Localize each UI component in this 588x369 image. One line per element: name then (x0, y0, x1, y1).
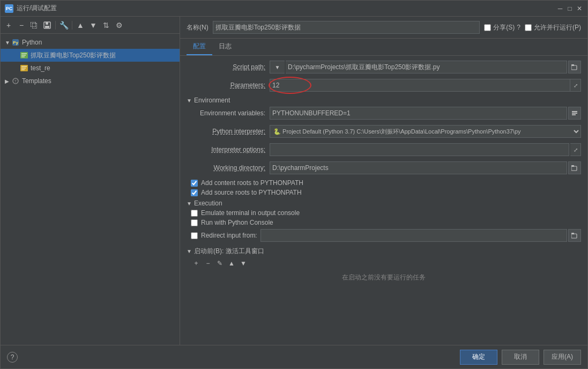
dialog-footer: ? 确定 取消 应用(A) (1, 345, 587, 368)
share-label: 分享(S) (493, 23, 515, 32)
working-dir-input[interactable] (270, 161, 567, 174)
before-start-down-button[interactable]: ▼ (238, 258, 249, 269)
tree-arrow-empty (13, 53, 20, 58)
move-up-button[interactable]: ▲ (75, 19, 86, 31)
tab-log[interactable]: 日志 (212, 39, 238, 55)
run-with-console-label: Run with Python Console (201, 219, 273, 226)
python-group-icon: Py (11, 38, 20, 47)
tree-item-templates[interactable]: ▶ T Templates (1, 75, 180, 87)
svg-rect-17 (572, 111, 577, 112)
ok-button[interactable]: 确定 (460, 350, 497, 365)
parallel-label: 允许并行运行(P) (534, 23, 581, 32)
sort-button[interactable]: ⇅ (100, 19, 112, 31)
svg-rect-19 (572, 114, 576, 115)
tree-arrow-templates: ▶ (5, 78, 11, 84)
config-tree: ▼ Py Python (1, 34, 180, 345)
env-vars-row: Environment variables: (187, 106, 581, 120)
working-dir-container (270, 161, 581, 174)
add-source-roots-label: Add source roots to PYTHONPATH (201, 189, 302, 196)
tree-arrow-empty-2 (13, 65, 20, 71)
apply-button[interactable]: 应用(A) (544, 350, 581, 365)
execution-label: Execution (194, 200, 222, 207)
tabs-row: 配置 日志 (180, 39, 587, 56)
left-toolbar: + − ⿻ 🔧 ▲ ▼ ⇅ ⚙ (1, 17, 180, 34)
minimize-button[interactable]: ─ (556, 5, 564, 12)
env-vars-container (270, 107, 581, 120)
copy-config-button[interactable]: ⿻ (28, 19, 40, 31)
main-content: + − ⿻ 🔧 ▲ ▼ ⇅ ⚙ ▼ (1, 17, 587, 345)
script-path-container: ▼ (270, 61, 581, 73)
cancel-button[interactable]: 取消 (502, 350, 539, 365)
question-icon[interactable]: ? (517, 24, 520, 31)
run-with-console-row: Run with Python Console (187, 219, 581, 226)
script-label-2: test_re (31, 64, 175, 72)
share-checkbox[interactable] (484, 24, 491, 31)
script-label-1: 抓取豆瓣电影Top250影评数据 (31, 51, 175, 60)
tab-config[interactable]: 配置 (187, 39, 212, 55)
redirect-input-checkbox[interactable] (191, 232, 198, 239)
redirect-input-field[interactable] (260, 229, 567, 242)
dialog-title: 运行/调试配置 (17, 4, 556, 13)
parameters-expand-button[interactable]: ⤢ (570, 79, 581, 92)
interpreter-options-input[interactable] (270, 143, 569, 156)
before-start-label: 启动前(B): 激活工具窗口 (194, 247, 264, 256)
name-input[interactable] (213, 21, 480, 34)
before-start-remove-button[interactable]: − (203, 258, 213, 269)
remove-config-button[interactable]: − (16, 19, 27, 31)
before-start-arrow[interactable]: ▼ (187, 248, 192, 254)
emulate-terminal-checkbox[interactable] (191, 210, 198, 217)
run-debug-dialog: PC 运行/调试配置 ─ □ ✕ + − ⿻ 🔧 ▲ ▼ ⇅ (0, 0, 588, 369)
wrench-button[interactable]: 🔧 (58, 19, 70, 31)
redirect-input-browse-button[interactable] (568, 229, 581, 242)
interpreter-options-expand-button[interactable]: ⤢ (570, 143, 581, 156)
unknown-button[interactable]: ⚙ (113, 19, 125, 31)
parameters-input[interactable] (270, 79, 570, 92)
before-start-add-button[interactable]: + (191, 258, 202, 269)
right-panel: 名称(N) 分享(S) ? 允许并行运行(P) 配置 日志 (180, 17, 587, 345)
svg-rect-20 (571, 166, 577, 171)
config-content: Script path: ▼ Parameters (180, 56, 587, 345)
close-button[interactable]: ✕ (576, 5, 583, 12)
help-button[interactable]: ? (7, 352, 18, 363)
interpreter-options-label: Interpreter options: (187, 146, 270, 153)
script-path-dropdown[interactable]: ▼ (270, 61, 285, 73)
tree-item-script-2[interactable]: test_re (1, 62, 180, 75)
name-label: 名称(N) (187, 23, 209, 32)
add-source-roots-checkbox[interactable] (191, 189, 198, 196)
interpreter-container: 🐍 Project Default (Python 3.7) C:\Users\… (270, 125, 581, 138)
footer-left: ? (7, 352, 456, 363)
execution-section-header: ▼ Execution (187, 200, 581, 207)
add-content-roots-row: Add content roots to PYTHONPATH (187, 179, 581, 187)
move-down-button[interactable]: ▼ (87, 19, 99, 31)
execution-arrow[interactable]: ▼ (187, 201, 192, 206)
save-config-button[interactable] (41, 19, 53, 31)
add-content-roots-checkbox[interactable] (191, 180, 198, 187)
script-path-input[interactable] (286, 61, 567, 73)
run-with-console-checkbox[interactable] (191, 219, 198, 226)
maximize-button[interactable]: □ (566, 5, 574, 12)
script-path-row: Script path: ▼ (187, 60, 581, 74)
svg-rect-22 (571, 234, 577, 238)
interpreter-select[interactable]: 🐍 Project Default (Python 3.7) C:\Users\… (270, 125, 581, 138)
env-vars-input[interactable] (270, 107, 567, 120)
script-icon-1 (20, 51, 28, 60)
add-config-button[interactable]: + (3, 19, 14, 31)
before-start-up-button[interactable]: ▲ (226, 258, 237, 269)
redirect-input-label: Redirect input from: (201, 232, 257, 239)
svg-rect-18 (572, 113, 577, 114)
tree-group-python[interactable]: ▼ Py Python (1, 36, 180, 49)
svg-text:T: T (14, 79, 17, 83)
script-icon-2 (20, 64, 28, 72)
parameters-row: Parameters: ⤢ (187, 78, 581, 92)
script-path-browse-button[interactable] (568, 61, 581, 73)
env-vars-edit-button[interactable] (568, 107, 581, 120)
svg-rect-1 (46, 22, 48, 25)
name-row: 名称(N) 分享(S) ? 允许并行运行(P) (180, 17, 587, 39)
environment-arrow[interactable]: ▼ (187, 98, 192, 104)
left-panel: + − ⿻ 🔧 ▲ ▼ ⇅ ⚙ ▼ (1, 17, 180, 345)
redirect-input-row: Redirect input from: (187, 228, 581, 242)
before-start-edit-button[interactable]: ✎ (214, 258, 225, 269)
tree-item-script-1[interactable]: 抓取豆瓣电影Top250影评数据 (1, 49, 180, 62)
parallel-checkbox[interactable] (525, 24, 532, 31)
working-dir-browse-button[interactable] (568, 161, 581, 174)
